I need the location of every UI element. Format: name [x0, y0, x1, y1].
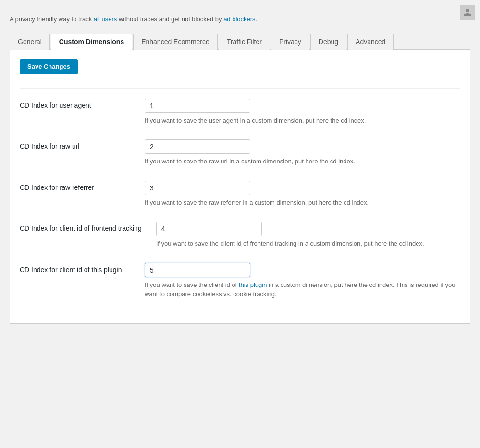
input-cd-client-id-frontend[interactable]	[156, 222, 262, 236]
field-group-raw-referrer: If you want to save the raw referrer in …	[145, 181, 460, 208]
form-row-raw-url: CD Index for raw url If you want to save…	[20, 139, 460, 166]
help-cd-raw-referrer: If you want to save the raw referrer in …	[145, 198, 457, 208]
help-cd-client-id-plugin: If you want to save the client id of thi…	[145, 280, 457, 299]
help-cd-user-agent: If you want to save the user agent in a …	[145, 116, 457, 125]
avatar	[460, 5, 475, 20]
label-cd-client-id-frontend: CD Index for client id of frontend track…	[20, 222, 142, 232]
tab-debug[interactable]: Debug	[310, 34, 346, 50]
label-cd-client-id-plugin: CD Index for client id of this plugin	[20, 263, 130, 274]
tab-traffic-filter[interactable]: Traffic Filter	[219, 34, 270, 50]
page-subtitle: A privacy friendly way to track all user…	[10, 14, 470, 24]
label-cd-user-agent: CD Index for user agent	[20, 99, 130, 109]
save-button[interactable]: Save Changes	[20, 59, 78, 74]
subtitle-link-adblockers: ad blockers	[223, 15, 255, 23]
tab-custom-dimensions[interactable]: Custom Dimensions	[51, 34, 132, 50]
tab-privacy[interactable]: Privacy	[271, 34, 309, 50]
label-cd-raw-url: CD Index for raw url	[20, 139, 130, 150]
content-area: Save Changes CD Index for user agent If …	[10, 50, 470, 324]
help-cd-raw-url: If you want to save the raw url in a cus…	[145, 157, 457, 166]
form-row-user-agent: CD Index for user agent If you want to s…	[20, 99, 460, 125]
divider-1	[20, 88, 460, 89]
input-cd-client-id-plugin[interactable]	[145, 263, 250, 277]
field-group-client-id-frontend: If you want to save the client id of fro…	[156, 222, 460, 249]
input-cd-raw-url[interactable]	[145, 139, 250, 154]
input-cd-raw-referrer[interactable]	[145, 181, 250, 195]
input-cd-user-agent[interactable]	[145, 99, 250, 113]
field-group-raw-url: If you want to save the raw url in a cus…	[145, 139, 460, 166]
tabs-nav: General Custom Dimensions Enhanced Ecomm…	[10, 34, 470, 50]
tab-advanced[interactable]: Advanced	[347, 34, 394, 50]
form-row-client-id-frontend: CD Index for client id of frontend track…	[20, 222, 460, 249]
label-cd-raw-referrer: CD Index for raw referrer	[20, 181, 130, 191]
help-cd-client-id-frontend: If you want to save the client id of fro…	[156, 239, 460, 249]
field-group-client-id-plugin: If you want to save the client id of thi…	[145, 263, 460, 299]
help-link-plugin: this plugin	[239, 281, 267, 288]
tab-general[interactable]: General	[10, 34, 50, 50]
form-row-client-id-plugin: CD Index for client id of this plugin If…	[20, 263, 460, 299]
page-wrapper: A privacy friendly way to track all user…	[0, 0, 480, 343]
subtitle-link-all: all users	[94, 15, 117, 23]
tab-enhanced-ecommerce[interactable]: Enhanced Ecommerce	[133, 34, 218, 50]
field-group-user-agent: If you want to save the user agent in a …	[145, 99, 460, 125]
form-row-raw-referrer: CD Index for raw referrer If you want to…	[20, 181, 460, 208]
